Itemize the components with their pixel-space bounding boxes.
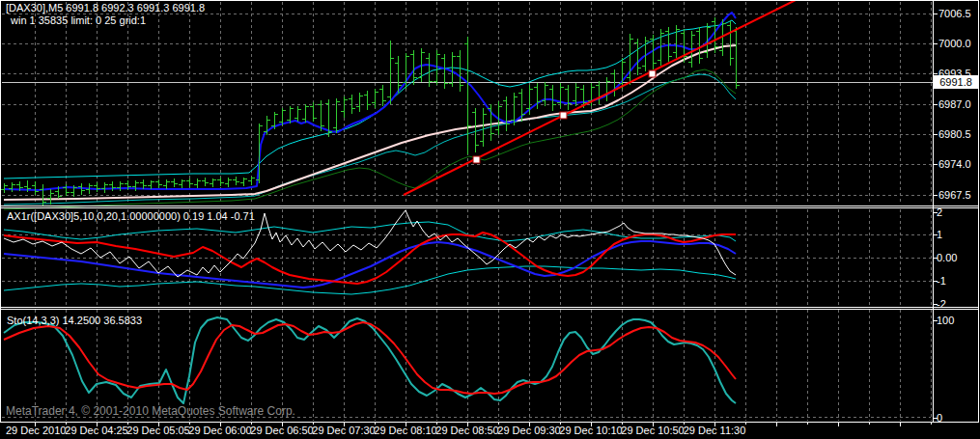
time-axis-label: 29 Dec 07:30 [312, 425, 375, 436]
time-axis-label: 29 Dec 08:50 [435, 425, 498, 436]
price-axis-label: 6980.5 [938, 128, 971, 140]
time-axis-label: 29 Dec 04:25 [65, 425, 127, 436]
trendline-marker[interactable] [473, 156, 480, 163]
indicator-axis-label: 1 [937, 229, 942, 240]
time-axis-label: 29 Dec 06:50 [250, 425, 313, 436]
slow-ma-pink [4, 45, 736, 200]
chart-title-ohlc: [DAX30],M5 6991.8 6992.3 6991.3 6991.8 [6, 2, 205, 14]
indicator-axis-label: 0.00 [937, 252, 957, 263]
time-axis-label: 29 Dec 10:50 [621, 425, 684, 436]
fast-ma-blue [4, 13, 736, 190]
current-price-badge: 6991.8 [934, 75, 978, 89]
indicator-axis-label: -1 [937, 275, 946, 287]
indicator-axis-label: 2 [937, 206, 942, 218]
price-axis-label: 6987.0 [938, 98, 971, 110]
mt4-chart-window[interactable]: [DAX30],M5 6991.8 6992.3 6991.3 6991.8 w… [0, 0, 980, 439]
price-axis-label: 7000.0 [938, 38, 971, 49]
metatrader-watermark: MetaTrader 4, © 2001-2010 MetaQuotes Sof… [6, 405, 295, 418]
trendline-marker[interactable] [649, 70, 656, 77]
time-axis-label: 29 Dec 05:05 [126, 425, 189, 436]
time-axis-label: 29 Dec 10:10 [559, 425, 622, 436]
ea-info-line: win 1 35835 limit: 0 25 grid:1 [11, 14, 146, 27]
time-axis-label: 29 Dec 08:10 [374, 425, 436, 436]
price-axis-label: 7006.5 [938, 8, 971, 19]
indicator-axis-label: -2 [937, 298, 946, 310]
trendline-marker[interactable] [560, 112, 567, 119]
sto-main-teal [4, 317, 736, 403]
indicator-label-stochastic: Sto(14,3,3) 14.2500 36.5833 [7, 315, 142, 327]
sto-signal-red [4, 322, 736, 394]
time-axis-label: 29 Dec 11:30 [684, 425, 746, 436]
stochastic-axis-label: 100 [937, 315, 954, 326]
ascending-trendline [404, 0, 796, 195]
price-axis-label: 6967.5 [938, 189, 971, 201]
stochastic-axis-label: 0 [937, 412, 942, 424]
time-axis-label: 29 Dec 06:00 [188, 425, 251, 436]
indicator-label-ax1r: AX1r([DAX30]5,10,0,20,1.00000000) 0.19 1… [7, 210, 255, 223]
price-axis-label: 6974.0 [938, 158, 971, 170]
time-axis-label: 29 Dec 2010 [6, 425, 66, 436]
time-axis-label: 29 Dec 09:30 [497, 425, 560, 436]
lower-band-cyan [4, 74, 736, 205]
